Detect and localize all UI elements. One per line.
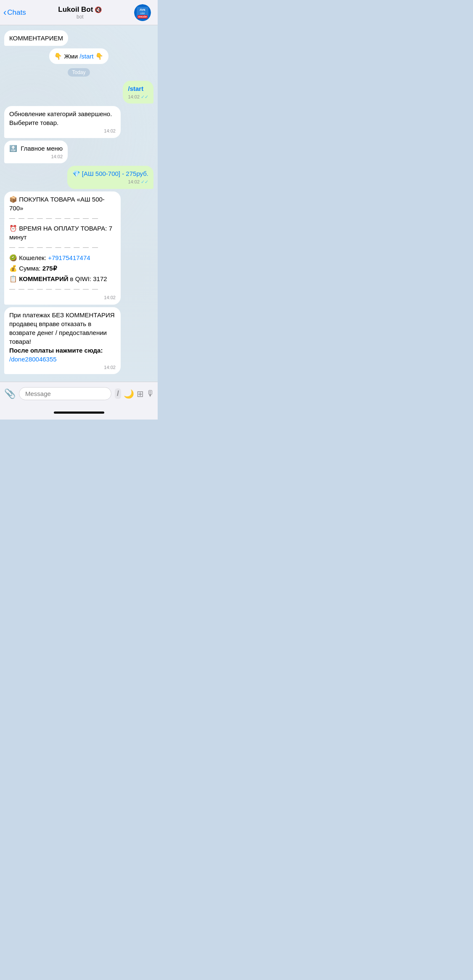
- message-row: Обновление категорий завершено. Выберите…: [4, 106, 153, 138]
- back-label: Chats: [7, 8, 26, 17]
- msg-meta: 14:02 ✓✓: [128, 94, 148, 100]
- msg-time: 14:02: [128, 94, 140, 100]
- message-row: 💎 [АШ 500-700] - 275руб. 14:02 ✓✓: [4, 166, 153, 189]
- msg-meta: 14:02: [9, 128, 116, 134]
- mute-icon: 🔇: [95, 6, 102, 13]
- attachment-icon[interactable]: 📎: [4, 388, 16, 399]
- purchase-sum: 💰 Сумма: 275₽: [9, 264, 116, 273]
- done-link[interactable]: /done280046355: [9, 356, 57, 363]
- msg-text: 🔝 Главное меню: [9, 145, 63, 152]
- bubble-warning: При платежах БЕЗ КОММЕНТАРИЯ продавец вп…: [4, 307, 121, 374]
- msg-meta: 14:02: [9, 154, 63, 160]
- msg-time: 14:02: [104, 364, 116, 371]
- msg-time: 14:02: [104, 128, 116, 134]
- message-row: /start 14:02 ✓✓: [4, 81, 153, 104]
- moon-icon[interactable]: 🌙: [124, 389, 134, 399]
- svg-text:ЛУКОЙЛ: ЛУКОЙЛ: [138, 15, 147, 18]
- message-row: 👇 Жми /start 👇: [4, 48, 153, 64]
- chat-name: Lukoil Bot: [58, 5, 93, 14]
- message-row: 🔝 Главное меню 14:02: [4, 141, 153, 163]
- svg-text:ЛУК: ЛУК: [140, 8, 145, 11]
- msg-text: При платежах БЕЗ КОММЕНТАРИЯ продавец вп…: [9, 311, 115, 363]
- mic-icon[interactable]: 🎙: [146, 389, 155, 398]
- apps-icon[interactable]: ⊞: [137, 389, 144, 399]
- message-row: 📦 ПОКУПКА ТОВАРА «АШ 500-700» — — — — — …: [4, 191, 153, 305]
- home-bar: [54, 412, 104, 414]
- divider: — — — — — — — — — —: [9, 243, 116, 252]
- msg-check-icon: ✓✓: [141, 94, 148, 100]
- bubble-menu: 🔝 Главное меню 14:02: [4, 141, 68, 163]
- message-row: При платежах БЕЗ КОММЕНТАРИЯ продавец вп…: [4, 307, 153, 374]
- purchase-comment: 📋 КОММЕНТАРИЙ в QIWI: 3172: [9, 274, 116, 283]
- bubble-partial: КОММЕНТАРИЕМ: [4, 30, 68, 46]
- bubble-purchase: 📦 ПОКУПКА ТОВАРА «АШ 500-700» — — — — — …: [4, 191, 121, 305]
- msg-text: Обновление категорий завершено. Выберите…: [9, 110, 112, 126]
- chat-area: КОММЕНТАРИЕМ 👇 Жми /start 👇 Today /start…: [0, 25, 158, 382]
- bubble-product: 💎 [АШ 500-700] - 275руб. 14:02 ✓✓: [67, 166, 153, 189]
- purchase-wallet: 🥝 Кошелек: +79175417474: [9, 253, 116, 262]
- home-indicator: [0, 405, 158, 420]
- purchase-title: 📦 ПОКУПКА ТОВАРА «АШ 500-700»: [9, 195, 116, 212]
- msg-text: 💎 [АШ 500-700] - 275руб.: [72, 170, 148, 177]
- msg-time: 14:02: [51, 154, 63, 160]
- back-button[interactable]: ‹ Chats: [3, 8, 26, 17]
- msg-meta: 14:02 ✓✓: [72, 179, 148, 185]
- msg-check-icon: ✓✓: [141, 179, 148, 185]
- bubble-update: Обновление категорий завершено. Выберите…: [4, 106, 121, 138]
- bubble-start-hint: 👇 Жми /start 👇: [49, 48, 108, 64]
- msg-meta: 14:02: [9, 364, 116, 371]
- header: ‹ Chats Lukoil Bot 🔇 bot ЛУК ОЙЛ ЛУКОЙЛ: [0, 0, 158, 25]
- msg-text: 👇 Жми /start 👇: [54, 53, 103, 60]
- svg-text:ОЙЛ: ОЙЛ: [140, 12, 145, 15]
- msg-text: КОММЕНТАРИЕМ: [9, 35, 63, 42]
- msg-text: /start: [128, 85, 143, 92]
- date-separator: Today: [4, 68, 153, 77]
- divider: — — — — — — — — — —: [9, 214, 116, 223]
- avatar[interactable]: ЛУК ОЙЛ ЛУКОЙЛ: [134, 4, 151, 21]
- message-row: КОММЕНТАРИЕМ: [4, 30, 153, 46]
- msg-time: 14:02: [104, 295, 116, 301]
- chat-subtitle: bot: [77, 14, 84, 20]
- purchase-time: ⏰ ВРЕМЯ НА ОПЛАТУ ТОВАРА: 7 минут: [9, 224, 116, 242]
- msg-meta: 14:02: [9, 295, 116, 301]
- divider: — — — — — — — — — —: [9, 285, 116, 293]
- bubble-start-cmd: /start 14:02 ✓✓: [123, 81, 153, 104]
- msg-time: 14:02: [128, 179, 140, 185]
- date-label: Today: [68, 68, 90, 77]
- input-actions: / 🌙 ⊞ 🎙: [115, 388, 155, 399]
- message-input[interactable]: [19, 387, 111, 400]
- slash-icon[interactable]: /: [115, 388, 121, 399]
- back-chevron-icon: ‹: [3, 8, 6, 17]
- input-bar: 📎 / 🌙 ⊞ 🎙: [0, 382, 158, 405]
- header-center: Lukoil Bot 🔇 bot: [58, 5, 102, 20]
- chat-title: Lukoil Bot 🔇: [58, 5, 102, 14]
